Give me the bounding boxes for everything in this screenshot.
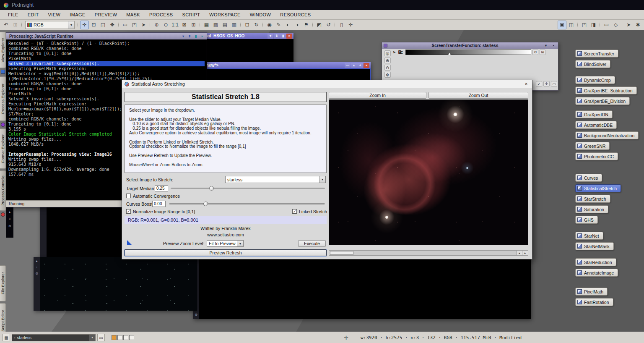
toolbar-icon[interactable] [621, 21, 624, 29]
minimize-icon[interactable]: — [345, 63, 351, 68]
console-titlebar[interactable]: Processing: JavaScript Runtime ▾ ⇕ ▮ × [6, 33, 207, 39]
pan-mode-icon[interactable]: ✥ [108, 21, 117, 29]
fullscreen-icon[interactable]: ▭ [602, 21, 611, 29]
toolbar-icon[interactable] [576, 21, 579, 29]
stf-preview-icon[interactable]: ▭ [551, 81, 557, 86]
zoom-integer-icon[interactable]: ⊞ [189, 21, 198, 29]
color-swatch[interactable] [117, 335, 122, 340]
arrange-horizontal-icon[interactable]: ▤ [221, 21, 229, 29]
toolbar-icon[interactable] [261, 21, 265, 29]
dialog-titlebar[interactable]: Statistical Astro Stretching × [122, 80, 532, 88]
stf-track-icon[interactable]: ✛ [543, 81, 550, 86]
process-icon-button[interactable]: StarNet [575, 232, 603, 240]
maximize-icon[interactable]: + [357, 63, 363, 68]
zoom-1-1-icon[interactable]: 1:1 [171, 21, 179, 29]
dock-tab-process-explorer[interactable]: Process Explorer [0, 76, 6, 121]
window-titlebar[interactable]: PixInsight [0, 0, 644, 10]
dock-tab-process-console[interactable]: Process Console [0, 170, 6, 211]
active-view-dropdown[interactable]: ▫ starless ▾ [12, 334, 96, 341]
console-pause-icon[interactable]: ▮ [193, 34, 199, 39]
curves-boost-input[interactable]: 0.00 [152, 201, 166, 207]
tag-icon[interactable]: ▫ [36, 265, 37, 269]
slider-thumb[interactable] [209, 186, 214, 191]
stf-apply-icon[interactable]: ✓ [536, 81, 542, 86]
view-explorer-icon[interactable] [1, 70, 5, 74]
rotate-icon[interactable]: ↻ [252, 21, 261, 29]
toolbar-icon[interactable] [148, 21, 152, 29]
process-icon-button[interactable]: DynamicCrop [575, 76, 615, 84]
curves-boost-slider[interactable] [169, 201, 325, 207]
menu-item[interactable]: MASK [122, 10, 145, 19]
preview-refresh-button[interactable]: Preview Refresh [125, 249, 327, 256]
mask-invert-icon[interactable]: ◑ [293, 21, 301, 29]
select-image-dropdown[interactable]: starless ▾ [225, 176, 326, 183]
edit-history-icon[interactable]: ⊞ [11, 21, 20, 29]
toolbar-icon[interactable] [239, 21, 242, 29]
thumbnail-toggle-icon[interactable]: ▭ [97, 334, 105, 341]
process-icon-button[interactable]: GraXpertDN [575, 110, 613, 118]
process-icon-button[interactable]: PixelMath [575, 288, 608, 296]
workspace-2-icon[interactable]: ◫ [567, 21, 576, 29]
target-median-input[interactable]: 0.25 [155, 185, 168, 191]
circle-icon[interactable]: ⊚ [35, 272, 38, 275]
channel-selector-dropdown[interactable]: RGB ▾ [25, 21, 75, 29]
mask-enable-icon[interactable]: ◐ [283, 21, 292, 29]
color-swatch[interactable] [129, 335, 134, 340]
normalize-checkbox[interactable]: ✓ [126, 209, 131, 214]
workspace-main-icon[interactable]: ▣ [558, 21, 566, 29]
stf-options-icon[interactable]: ⊞ [540, 50, 545, 55]
stf-auto-icon[interactable]: ◩ [315, 21, 324, 29]
shade-icon[interactable]: ▴ [36, 259, 37, 263]
flag-icon[interactable]: ⚑ [302, 21, 311, 29]
midtone-marker-icon[interactable] [448, 53, 451, 55]
menu-item[interactable]: PREVIEW [90, 10, 122, 19]
console-dropdown-icon[interactable]: ▾ [180, 34, 186, 39]
execute-button[interactable]: Execute [298, 240, 326, 247]
process-icon-button[interactable]: BlindSolver [575, 60, 610, 68]
scroll-right-icon[interactable]: ▸ [522, 251, 528, 255]
target-median-slider[interactable] [171, 185, 325, 191]
view-selector-icon[interactable]: ▾ [267, 34, 273, 39]
process-explorer-icon[interactable] [1, 123, 5, 127]
circle-icon[interactable]: ⊚ [8, 224, 11, 228]
track-view-icon[interactable]: ✛ [80, 21, 89, 29]
menu-item[interactable]: WORKSPACE [205, 10, 245, 19]
process-icon-button[interactable]: StarStretch [575, 195, 610, 203]
chevron-down-icon[interactable]: ▾ [237, 241, 243, 246]
chevron-down-icon[interactable]: ▾ [319, 176, 325, 183]
image-window-canvas[interactable]: ▴ ▫ ⊚ [34, 257, 197, 311]
new-preview-icon[interactable]: ▭ [121, 21, 130, 29]
menu-item[interactable]: PROCESS [145, 10, 178, 19]
screen-lock-icon[interactable]: ▯ [337, 21, 346, 29]
shade-icon[interactable]: ▴ [351, 63, 357, 68]
fit-window-icon[interactable]: ◱ [99, 21, 107, 29]
new-instance-icon[interactable] [127, 240, 132, 245]
zoom-out-icon[interactable]: ⊖ [384, 65, 391, 71]
console-resize-icon[interactable]: ⇕ [187, 34, 192, 39]
arrange-vertical-icon[interactable]: ▥ [230, 21, 239, 29]
menu-item[interactable]: VIEW [44, 10, 65, 19]
process-icon-button[interactable]: Saturation [575, 205, 608, 213]
settings-icon[interactable]: ✱ [634, 21, 642, 29]
zoom-out-button[interactable]: Zoom Out [428, 92, 528, 99]
readout-mode-icon[interactable]: ✛ [346, 21, 355, 29]
zoom-window-icon[interactable]: ⇕ [274, 34, 280, 39]
close-icon[interactable]: × [364, 63, 369, 68]
nebula-preview-image[interactable] [329, 99, 528, 245]
edit-preview-icon[interactable]: ◳ [130, 21, 139, 29]
image-window-canvas[interactable]: × ▴ ⊚ [193, 259, 531, 319]
menu-item[interactable]: IMAGE [65, 10, 90, 19]
explorer-toggle-icon[interactable]: ◰ [580, 21, 589, 29]
linked-stretch-checkbox[interactable]: ✓ [292, 209, 297, 214]
stf-shade-icon[interactable]: ▾ [543, 43, 549, 48]
process-console-icon[interactable] [1, 212, 5, 217]
zoom-level-dropdown[interactable]: Fit to Preview ▾ [207, 240, 244, 247]
pointer-help-icon[interactable]: ➤ [624, 21, 633, 29]
zoom-out-icon[interactable]: ⊖ [161, 21, 170, 29]
preview-horizontal-scrollbar[interactable]: ◂ ▸ [329, 250, 528, 256]
cascade-windows-icon[interactable]: ▧ [211, 21, 220, 29]
process-icon-button[interactable]: Curves [575, 174, 602, 182]
close-icon[interactable]: × [523, 81, 530, 87]
close-icon[interactable]: × [286, 34, 292, 39]
shade-window-icon[interactable]: ▮ [280, 34, 286, 39]
